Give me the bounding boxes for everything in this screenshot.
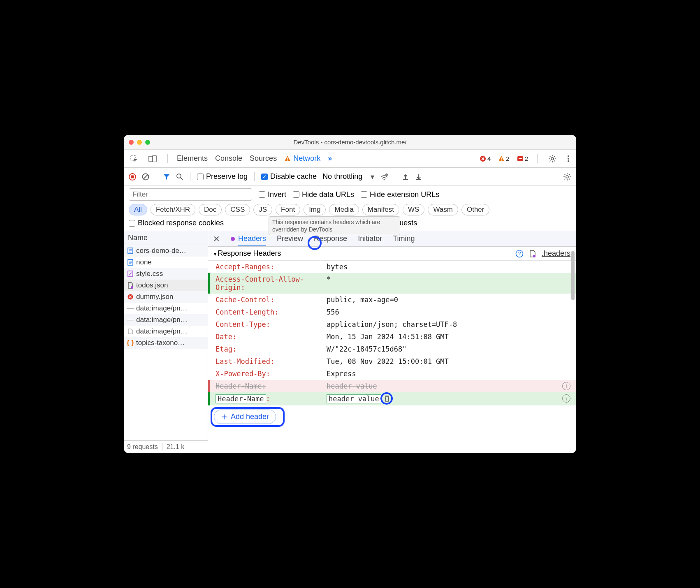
- minimize-window-icon[interactable]: [137, 140, 142, 145]
- info-icon[interactable]: i: [562, 382, 570, 390]
- request-row[interactable]: cors-demo-de…: [124, 245, 208, 257]
- svg-line-41: [569, 174, 570, 175]
- request-row[interactable]: dummy.json: [124, 291, 208, 303]
- panel-settings-gear-icon[interactable]: [563, 173, 571, 181]
- chip-all[interactable]: All: [129, 204, 147, 215]
- chip-fetch[interactable]: Fetch/XHR: [151, 204, 195, 215]
- help-icon[interactable]: ?: [515, 250, 524, 258]
- detail-column: ✕ Headers Preview Response Initiator Tim…: [208, 231, 576, 453]
- import-har-icon[interactable]: [402, 173, 409, 181]
- zoom-window-icon[interactable]: [145, 140, 150, 145]
- request-row[interactable]: none: [124, 257, 208, 268]
- request-row[interactable]: { }topics-taxono…: [124, 337, 208, 349]
- tab-initiator[interactable]: Initiator: [358, 234, 382, 243]
- header-name-input[interactable]: Header-Name: [216, 394, 266, 403]
- svg-point-52: [131, 286, 133, 289]
- removed-header-row: Header-Name: header value i: [208, 380, 576, 392]
- tab-preview[interactable]: Preview: [277, 234, 303, 243]
- header-row: Last-Modified:Tue, 08 Nov 2022 15:00:01 …: [208, 355, 576, 368]
- chip-media[interactable]: Media: [329, 204, 359, 215]
- header-key: Access-Control-Allow-Origin:: [216, 275, 322, 292]
- request-row[interactable]: style.css: [124, 268, 208, 280]
- hide-extension-urls-toggle[interactable]: Hide extension URLs: [361, 190, 439, 199]
- warning-count[interactable]: 2: [498, 155, 509, 162]
- export-har-icon[interactable]: [415, 173, 422, 181]
- request-row[interactable]: data:image/pn…: [124, 326, 208, 337]
- clear-button[interactable]: [142, 173, 149, 181]
- close-details-icon[interactable]: ✕: [213, 234, 220, 244]
- response-headers-section[interactable]: Response Headers ? .headers: [208, 247, 576, 261]
- main-tabbar: Elements Console Sources Network » 4 2 2: [124, 150, 576, 168]
- request-type-icon: —: [127, 304, 134, 313]
- override-tooltip: This response contains headers which are…: [269, 216, 400, 235]
- close-window-icon[interactable]: [129, 140, 134, 145]
- disable-cache-toggle[interactable]: Disable cache: [261, 172, 317, 181]
- svg-rect-6: [501, 157, 502, 160]
- header-row: Access-Control-Allow-Origin:*: [208, 273, 576, 294]
- preserve-log-toggle[interactable]: Preserve log: [197, 172, 248, 181]
- kebab-menu-icon[interactable]: [566, 154, 571, 163]
- request-row[interactable]: —data:image/pn…: [124, 314, 208, 326]
- error-count[interactable]: 4: [480, 155, 491, 162]
- svg-point-56: [533, 255, 535, 257]
- chip-js[interactable]: JS: [253, 204, 272, 215]
- tab-network-label: Network: [293, 154, 320, 163]
- tab-headers[interactable]: Headers: [238, 234, 266, 246]
- override-file-icon[interactable]: [529, 250, 536, 257]
- hide-data-urls-toggle[interactable]: Hide data URLs: [293, 190, 354, 199]
- filter-input[interactable]: [129, 188, 252, 201]
- header-value-input[interactable]: header value: [327, 394, 381, 403]
- scrollbar[interactable]: [571, 251, 575, 300]
- filter-icon[interactable]: [163, 173, 170, 181]
- throttling-select[interactable]: No throttling ▾: [322, 172, 374, 181]
- delete-header-icon[interactable]: [384, 395, 390, 403]
- chip-manifest[interactable]: Manifest: [362, 204, 399, 215]
- request-type-icon: —: [127, 316, 134, 324]
- search-icon[interactable]: [176, 173, 183, 181]
- chip-ws[interactable]: WS: [403, 204, 424, 215]
- chip-wasm[interactable]: Wasm: [428, 204, 458, 215]
- header-key: Content-Length:: [216, 308, 322, 316]
- svg-point-28: [384, 179, 385, 180]
- chip-css[interactable]: CSS: [225, 204, 250, 215]
- tab-elements[interactable]: Elements: [177, 154, 208, 163]
- header-row: X-Powered-By:Express: [208, 368, 576, 380]
- svg-line-27: [181, 178, 183, 180]
- svg-rect-4: [287, 160, 288, 161]
- request-type-icon: { }: [127, 339, 134, 347]
- detail-body: Response Headers ? .headers Accept-Range…: [208, 247, 576, 453]
- divider: [167, 154, 168, 163]
- resource-type-chips: All Fetch/XHR Doc CSS JS Font Img Media …: [129, 204, 571, 215]
- header-row: Date:Mon, 15 Jan 2024 14:51:08 GMT: [208, 331, 576, 343]
- tab-response[interactable]: Response: [314, 234, 347, 243]
- settings-gear-icon[interactable]: [547, 154, 558, 164]
- tab-network[interactable]: Network: [284, 154, 320, 163]
- request-row[interactable]: —data:image/pn…: [124, 303, 208, 314]
- checkbox-icon: [197, 174, 204, 180]
- device-toolbar-icon[interactable]: [147, 155, 158, 163]
- record-button[interactable]: [129, 173, 136, 181]
- info-icon[interactable]: i: [562, 394, 570, 403]
- chip-font[interactable]: Font: [276, 204, 300, 215]
- svg-point-26: [177, 174, 181, 178]
- chip-other[interactable]: Other: [461, 204, 490, 215]
- tab-console[interactable]: Console: [215, 154, 242, 163]
- tab-sources[interactable]: Sources: [250, 154, 277, 163]
- tabs-overflow-icon[interactable]: »: [328, 154, 332, 163]
- svg-line-40: [569, 178, 570, 179]
- blocked-cookies-toggle[interactable]: Blocked response cookies: [129, 219, 224, 227]
- headers-file-link[interactable]: .headers: [542, 249, 570, 258]
- add-header-button[interactable]: Add header: [214, 410, 276, 424]
- name-column-header[interactable]: Name: [124, 231, 208, 245]
- header-row: Etag:W/"22c-18457c15d68": [208, 343, 576, 355]
- tab-timing[interactable]: Timing: [393, 234, 415, 243]
- chip-doc[interactable]: Doc: [199, 204, 222, 215]
- chip-img[interactable]: Img: [304, 204, 326, 215]
- editing-header-row: Header-Name : header value i: [208, 392, 576, 405]
- issues-count[interactable]: 2: [517, 155, 528, 162]
- network-conditions-icon[interactable]: [380, 173, 388, 181]
- svg-line-18: [550, 160, 551, 161]
- inspect-icon[interactable]: [129, 154, 139, 163]
- request-row[interactable]: todos.json: [124, 280, 208, 291]
- invert-toggle[interactable]: Invert: [259, 190, 286, 199]
